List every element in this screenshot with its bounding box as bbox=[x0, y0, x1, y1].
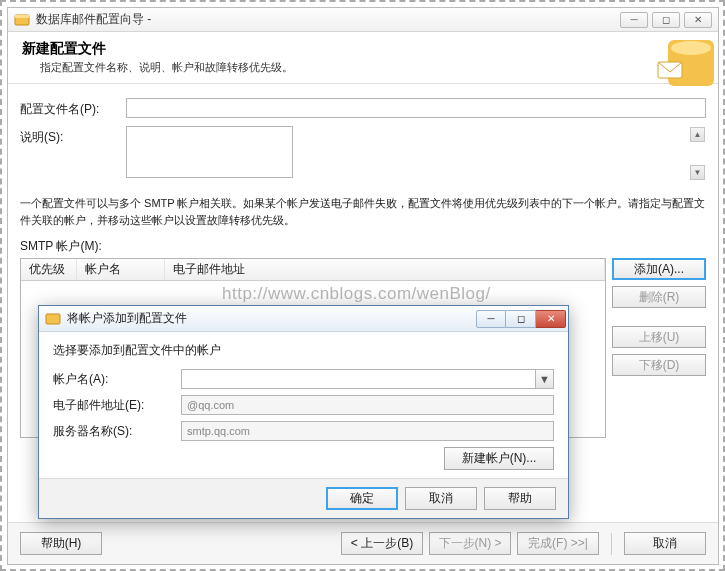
dialog-maximize-button[interactable]: ◻ bbox=[506, 310, 536, 328]
minimize-button[interactable]: ─ bbox=[620, 12, 648, 28]
email-label: 电子邮件地址(E): bbox=[53, 397, 181, 414]
add-account-button[interactable]: 添加(A)... bbox=[612, 258, 706, 280]
close-button[interactable]: ✕ bbox=[684, 12, 712, 28]
list-header: 优先级 帐户名 电子邮件地址 bbox=[21, 259, 605, 281]
server-field: smtp.qq.com bbox=[181, 421, 554, 441]
next-button[interactable]: 下一步(N) > bbox=[429, 532, 511, 555]
info-text: 一个配置文件可以与多个 SMTP 帐户相关联。如果某个帐户发送电子邮件失败，配置… bbox=[20, 195, 706, 228]
page-title: 新建配置文件 bbox=[22, 40, 704, 58]
move-up-button[interactable]: 上移(U) bbox=[612, 326, 706, 348]
dialog-titlebar: 将帐户添加到配置文件 ─ ◻ ✕ bbox=[39, 306, 568, 332]
page-subtitle: 指定配置文件名称、说明、帐户和故障转移优先级。 bbox=[22, 60, 704, 75]
header-icon bbox=[654, 32, 718, 92]
maximize-button[interactable]: ◻ bbox=[652, 12, 680, 28]
col-email: 电子邮件地址 bbox=[165, 259, 605, 280]
svg-rect-5 bbox=[46, 314, 60, 324]
cancel-button[interactable]: 取消 bbox=[624, 532, 706, 555]
description-input[interactable] bbox=[126, 126, 293, 178]
profile-name-input[interactable] bbox=[126, 98, 706, 118]
dialog-footer: 确定 取消 帮助 bbox=[39, 478, 568, 518]
email-value: @qq.com bbox=[187, 399, 234, 411]
description-label: 说明(S): bbox=[20, 126, 126, 146]
wizard-footer: 帮助(H) < 上一步(B) 下一步(N) > 完成(F) >>| 取消 bbox=[8, 522, 718, 564]
new-account-button[interactable]: 新建帐户(N)... bbox=[444, 447, 554, 470]
dialog-minimize-button[interactable]: ─ bbox=[476, 310, 506, 328]
chevron-down-icon[interactable]: ▼ bbox=[535, 370, 553, 388]
dialog-cancel-button[interactable]: 取消 bbox=[405, 487, 477, 510]
window-title: 数据库邮件配置向导 - bbox=[36, 11, 620, 28]
account-name-label: 帐户名(A): bbox=[53, 371, 181, 388]
scroll-up-icon[interactable]: ▲ bbox=[690, 127, 705, 142]
dialog-app-icon bbox=[45, 311, 61, 327]
app-icon bbox=[14, 12, 30, 28]
remove-account-button[interactable]: 删除(R) bbox=[612, 286, 706, 308]
col-priority: 优先级 bbox=[21, 259, 77, 280]
help-button[interactable]: 帮助(H) bbox=[20, 532, 102, 555]
server-value: smtp.qq.com bbox=[187, 425, 250, 437]
back-button[interactable]: < 上一步(B) bbox=[341, 532, 423, 555]
account-name-combo[interactable]: ▼ bbox=[181, 369, 554, 389]
finish-button[interactable]: 完成(F) >>| bbox=[517, 532, 599, 555]
dialog-close-button[interactable]: ✕ bbox=[536, 310, 566, 328]
email-field: @qq.com bbox=[181, 395, 554, 415]
scroll-down-icon[interactable]: ▼ bbox=[690, 165, 705, 180]
server-label: 服务器名称(S): bbox=[53, 423, 181, 440]
wizard-header: 新建配置文件 指定配置文件名称、说明、帐户和故障转移优先级。 bbox=[8, 32, 718, 84]
col-account-name: 帐户名 bbox=[77, 259, 165, 280]
move-down-button[interactable]: 下移(D) bbox=[612, 354, 706, 376]
svg-point-3 bbox=[671, 41, 711, 55]
add-account-dialog: 将帐户添加到配置文件 ─ ◻ ✕ 选择要添加到配置文件中的帐户 帐户名(A): … bbox=[38, 305, 569, 519]
dialog-prompt: 选择要添加到配置文件中的帐户 bbox=[53, 342, 554, 359]
dialog-title: 将帐户添加到配置文件 bbox=[67, 310, 476, 327]
dialog-help-button[interactable]: 帮助 bbox=[484, 487, 556, 510]
svg-rect-1 bbox=[15, 15, 29, 18]
profile-name-label: 配置文件名(P): bbox=[20, 98, 126, 118]
main-titlebar: 数据库邮件配置向导 - ─ ◻ ✕ bbox=[8, 8, 718, 32]
smtp-label: SMTP 帐户(M): bbox=[20, 238, 706, 255]
ok-button[interactable]: 确定 bbox=[326, 487, 398, 510]
separator bbox=[611, 533, 612, 555]
